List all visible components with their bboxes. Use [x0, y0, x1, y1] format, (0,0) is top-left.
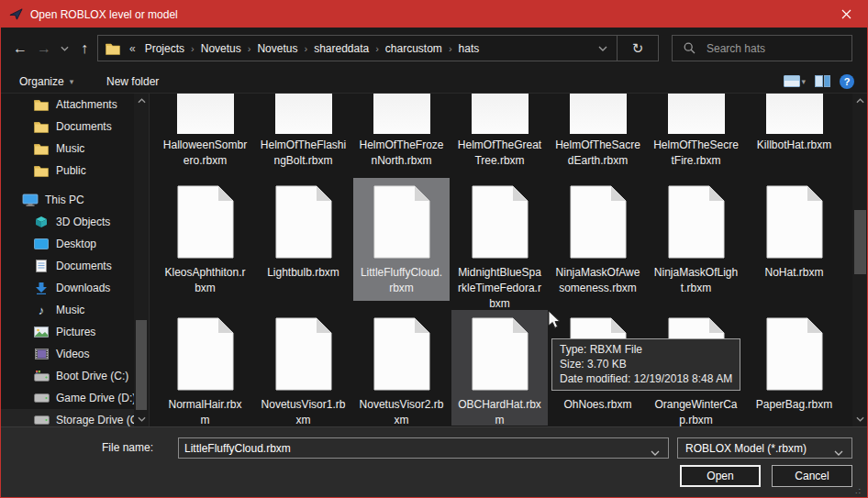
- file-item[interactable]: NormalHair.rbxm: [157, 310, 253, 426]
- file-page-icon: [472, 185, 529, 261]
- history-chevron-icon[interactable]: [56, 36, 72, 61]
- file-page-icon: [177, 185, 234, 261]
- file-name-input[interactable]: [179, 442, 668, 455]
- file-page-icon: [275, 317, 332, 393]
- file-item[interactable]: HelmOfTheFlashingBolt.rbxm: [255, 94, 351, 169]
- sidebar-item-label: Attachments: [56, 98, 117, 111]
- file-page-icon: [668, 185, 725, 261]
- view-mode-button[interactable]: ▾: [784, 75, 806, 87]
- file-item[interactable]: HelmOfTheFrozenNorth.rbxm: [353, 94, 450, 169]
- file-item[interactable]: KleosAphthiton.rbxm: [157, 178, 253, 301]
- sidebar-item-this-pc[interactable]: This PC: [1, 189, 149, 211]
- breadcrumb-segment[interactable]: Novetus: [195, 42, 247, 55]
- file-item[interactable]: Lightbulb.rbxm: [255, 178, 351, 301]
- back-icon[interactable]: ←: [8, 36, 32, 61]
- file-item[interactable]: HelmOfTheGreatTree.rbxm: [451, 94, 548, 169]
- sidebar-item-label: Desktop: [56, 238, 96, 250]
- file-item[interactable]: PaperBag.rbxm: [746, 310, 842, 426]
- command-toolbar: Organize ▾ New folder ▾ ?: [1, 70, 867, 94]
- sidebar-item-music[interactable]: Music: [1, 138, 149, 160]
- sidebar-item-game-drive-d[interactable]: Game Drive (D:): [1, 387, 149, 409]
- file-item[interactable]: KillbotHat.rbxm: [746, 94, 842, 169]
- sidebar-item-videos[interactable]: Videos: [1, 343, 149, 365]
- file-name-label: NoHat.rbxm: [764, 265, 823, 281]
- breadcrumb-segment[interactable]: charcustom: [380, 42, 448, 55]
- sidebar-item-downloads[interactable]: Downloads: [1, 277, 149, 299]
- sidebar-item-label: Downloads: [56, 282, 110, 294]
- forward-icon[interactable]: →: [32, 36, 56, 61]
- help-icon[interactable]: ?: [840, 74, 854, 89]
- breadcrumb-overflow[interactable]: «: [126, 42, 139, 55]
- app-icon: [9, 7, 23, 21]
- sidebar-item-3d-objects[interactable]: 3D Objects: [1, 211, 149, 233]
- sidebar-item-label: Music: [56, 142, 84, 155]
- sidebar-item-desktop[interactable]: Desktop: [1, 233, 149, 255]
- sidebar-item-documents[interactable]: Documents: [1, 255, 149, 277]
- picture-icon: [32, 326, 50, 338]
- breadcrumb: Projects›Novetus›Novetus›shareddata›char…: [139, 42, 589, 55]
- file-page-icon: [766, 94, 823, 134]
- sidebar-item-public[interactable]: Public: [1, 160, 149, 182]
- sidebar-item-attachments[interactable]: Attachments: [1, 94, 149, 116]
- breadcrumb-segment[interactable]: hats: [453, 42, 485, 55]
- file-item[interactable]: NinjaMaskOfLight.rbxm: [648, 178, 744, 301]
- address-bar[interactable]: « Projects›Novetus›Novetus›shareddata›ch…: [97, 35, 659, 61]
- file-row: NormalHair.rbxmNovetusVisor1.rbxmNovetus…: [157, 310, 844, 426]
- sidebar-item-documents[interactable]: Documents: [1, 116, 149, 138]
- refresh-icon[interactable]: ↻: [618, 36, 658, 61]
- file-name-label: KillbotHat.rbxm: [757, 138, 831, 153]
- scroll-up-icon[interactable]: [852, 94, 867, 107]
- file-page-icon: [668, 94, 725, 134]
- file-type-select[interactable]: ROBLOX Model (*.rbxm): [677, 437, 852, 459]
- file-name-label: NovetusVisor1.rbxm: [262, 397, 346, 426]
- file-name-label: HelmOfTheSacredEarth.rbxm: [555, 138, 640, 169]
- close-icon[interactable]: [826, 1, 867, 28]
- open-file-dialog: Open ROBLOX level or model ← → ↑ « Proje…: [0, 0, 868, 498]
- sidebar-item-music[interactable]: ♪Music: [1, 299, 149, 321]
- chevron-down-icon[interactable]: [651, 446, 660, 459]
- search-input[interactable]: [705, 41, 824, 56]
- sidebar-item-label: Game Drive (D:): [56, 392, 136, 404]
- scrollbar-thumb[interactable]: [854, 210, 866, 274]
- organize-button[interactable]: Organize ▾: [19, 70, 73, 93]
- preview-pane-icon[interactable]: [815, 75, 830, 87]
- up-icon[interactable]: ↑: [72, 36, 96, 61]
- file-name-label: Lightbulb.rbxm: [267, 265, 339, 281]
- resize-grip[interactable]: .:: [855, 486, 864, 495]
- file-list-scrollbar[interactable]: [852, 94, 868, 426]
- file-item[interactable]: HelmOfTheSecretFire.rbxm: [648, 94, 744, 169]
- file-item[interactable]: HelmOfTheSacredEarth.rbxm: [550, 94, 646, 169]
- sidebar-item-pictures[interactable]: Pictures: [1, 321, 149, 343]
- scroll-down-icon[interactable]: [134, 413, 149, 426]
- file-item[interactable]: NovetusVisor2.rbxm: [353, 310, 450, 426]
- file-item[interactable]: OBCHardHat.rbxm: [451, 310, 548, 426]
- organize-caret-icon: ▾: [70, 77, 74, 86]
- scrollbar-thumb[interactable]: [136, 320, 147, 410]
- breadcrumb-segment[interactable]: shareddata: [308, 42, 374, 55]
- file-item[interactable]: LittleFluffyCloud.rbxm: [353, 178, 450, 301]
- scroll-up-icon[interactable]: [134, 94, 149, 107]
- folder-icon: [32, 143, 50, 155]
- cancel-button[interactable]: Cancel: [772, 465, 852, 487]
- file-item[interactable]: NinjaMaskOfAwesomeness.rbxm: [550, 178, 646, 301]
- address-dropdown-icon[interactable]: [589, 36, 617, 61]
- open-button[interactable]: Open: [680, 465, 761, 487]
- file-item[interactable]: NovetusVisor1.rbxm: [255, 310, 351, 426]
- file-name-label: OBCHardHat.rbxm: [458, 397, 541, 426]
- file-item[interactable]: HalloweenSombrero.rbxm: [157, 94, 253, 169]
- new-folder-button[interactable]: New folder: [106, 70, 159, 93]
- file-page-icon: [570, 185, 627, 261]
- cube-icon: [32, 216, 50, 228]
- file-item[interactable]: MidnightBlueSparkleTimeFedora.rbxm: [451, 178, 548, 301]
- file-item[interactable]: NoHat.rbxm: [746, 178, 842, 301]
- breadcrumb-segment[interactable]: Projects: [139, 42, 190, 55]
- file-name-label: NormalHair.rbxm: [168, 397, 241, 426]
- breadcrumb-segment[interactable]: Novetus: [251, 42, 303, 55]
- drive-icon: [32, 393, 50, 403]
- sidebar-item-storage-drive-g[interactable]: Storage Drive (G: [1, 409, 149, 426]
- file-page-icon: [472, 317, 529, 393]
- navigation-bar: ← → ↑ « Projects›Novetus›Novetus›sharedd…: [1, 28, 867, 70]
- sidebar-item-boot-drive-c[interactable]: Boot Drive (C:): [1, 365, 149, 387]
- scroll-down-icon[interactable]: [852, 413, 867, 426]
- sidebar-scrollbar[interactable]: [134, 94, 149, 426]
